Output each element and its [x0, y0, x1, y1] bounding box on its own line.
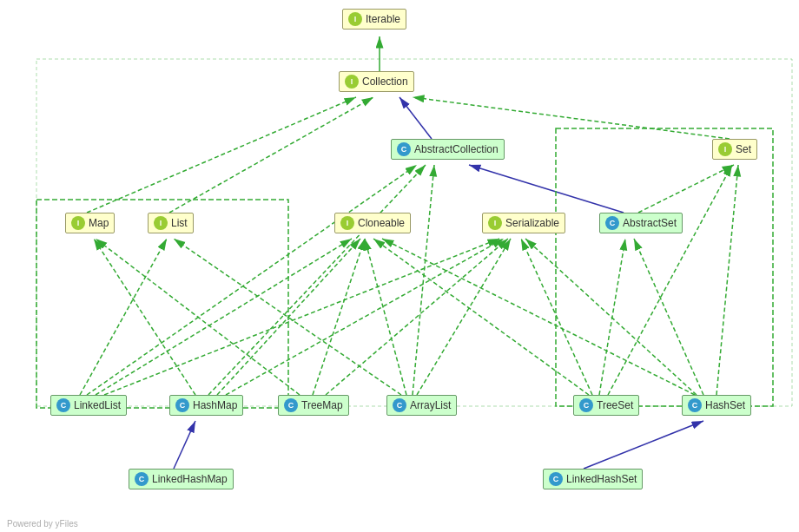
node-label-linkedhashmap: LinkedHashMap — [152, 473, 228, 485]
interface-icon-set: I — [718, 142, 732, 156]
node-label-collection: Collection — [362, 76, 408, 88]
svg-line-1 — [400, 97, 432, 139]
svg-rect-33 — [556, 128, 773, 406]
node-label-serializable: Serializable — [505, 217, 559, 229]
node-label-hashset: HashSet — [705, 399, 745, 411]
svg-line-24 — [373, 239, 589, 395]
node-label-cloneable: Cloneable — [358, 217, 405, 229]
svg-line-16 — [313, 239, 365, 395]
node-iterable[interactable]: IIterable — [342, 9, 406, 30]
node-collection[interactable]: ICollection — [339, 71, 414, 92]
node-hashset[interactable]: CHashSet — [682, 395, 751, 416]
node-serializable[interactable]: ISerializable — [482, 213, 565, 233]
class-icon-hashset: C — [688, 398, 702, 412]
svg-line-2 — [413, 97, 730, 139]
svg-line-5 — [87, 97, 356, 213]
svg-line-7 — [87, 165, 417, 395]
node-linkedlist[interactable]: CLinkedList — [50, 395, 127, 416]
svg-line-17 — [326, 239, 508, 395]
node-label-linkedlist: LinkedList — [74, 399, 121, 411]
node-label-treemap: TreeMap — [301, 399, 343, 411]
svg-line-21 — [417, 239, 511, 395]
svg-line-26 — [634, 239, 703, 395]
footer-label: Powered by yFiles — [7, 519, 78, 529]
svg-line-20 — [365, 239, 406, 395]
node-treeset[interactable]: CTreeSet — [573, 395, 639, 416]
node-label-map: Map — [89, 217, 109, 229]
diagram: IIterableICollectionCAbstractCollectionI… — [0, 0, 799, 521]
node-arraylist[interactable]: CArrayList — [386, 395, 457, 416]
class-icon-linkedlist: C — [56, 398, 70, 412]
class-icon-arraylist: C — [393, 398, 406, 412]
interface-icon-iterable: I — [348, 12, 362, 26]
node-label-treeset: TreeSet — [597, 399, 633, 411]
class-icon-treemap: C — [284, 398, 298, 412]
class-icon-abstractcollection: C — [397, 142, 411, 156]
node-label-abstractcollection: AbstractCollection — [414, 143, 499, 155]
node-abstractcollection[interactable]: CAbstractCollection — [391, 139, 505, 160]
node-treemap[interactable]: CTreeMap — [278, 395, 349, 416]
svg-line-25 — [521, 239, 592, 395]
svg-line-19 — [174, 239, 401, 395]
svg-line-23 — [608, 165, 732, 395]
svg-line-31 — [584, 421, 703, 469]
svg-line-15 — [96, 239, 300, 395]
node-label-iterable: Iterable — [366, 13, 400, 25]
node-label-abstractset: AbstractSet — [623, 217, 677, 229]
svg-line-22 — [599, 239, 625, 395]
svg-line-14 — [226, 239, 504, 395]
node-set[interactable]: ISet — [712, 139, 757, 160]
interface-icon-collection: I — [345, 75, 359, 89]
class-icon-abstractset: C — [605, 216, 619, 230]
node-map[interactable]: IMap — [65, 213, 115, 233]
interface-icon-list: I — [154, 216, 168, 230]
node-label-set: Set — [736, 143, 751, 155]
node-abstractset[interactable]: CAbstractSet — [599, 213, 683, 233]
node-cloneable[interactable]: ICloneable — [334, 213, 411, 233]
node-list[interactable]: IList — [148, 213, 194, 233]
svg-line-11 — [94, 239, 195, 395]
class-icon-linkedhashmap: C — [135, 472, 149, 486]
interface-icon-cloneable: I — [340, 216, 354, 230]
svg-line-29 — [525, 239, 697, 395]
node-label-list: List — [171, 217, 188, 229]
svg-line-4 — [638, 165, 734, 213]
svg-line-12 — [208, 165, 426, 395]
node-label-linkedhashset: LinkedHashSet — [566, 473, 637, 485]
svg-line-10 — [104, 239, 499, 395]
svg-line-9 — [96, 239, 352, 395]
class-icon-hashmap: C — [175, 398, 189, 412]
class-icon-treeset: C — [579, 398, 593, 412]
svg-line-18 — [413, 165, 434, 395]
svg-line-13 — [217, 239, 360, 395]
svg-line-3 — [469, 165, 624, 213]
svg-line-8 — [80, 239, 167, 395]
node-linkedhashset[interactable]: CLinkedHashSet — [543, 469, 643, 489]
interface-icon-map: I — [71, 216, 85, 230]
svg-line-6 — [169, 97, 373, 213]
node-label-arraylist: ArrayList — [410, 399, 451, 411]
interface-icon-serializable: I — [488, 216, 502, 230]
node-linkedhashmap[interactable]: CLinkedHashMap — [129, 469, 234, 489]
svg-line-27 — [716, 165, 738, 395]
svg-line-30 — [174, 421, 195, 469]
svg-line-28 — [382, 239, 695, 395]
node-hashmap[interactable]: CHashMap — [169, 395, 243, 416]
node-label-hashmap: HashMap — [193, 399, 237, 411]
class-icon-linkedhashset: C — [549, 472, 563, 486]
